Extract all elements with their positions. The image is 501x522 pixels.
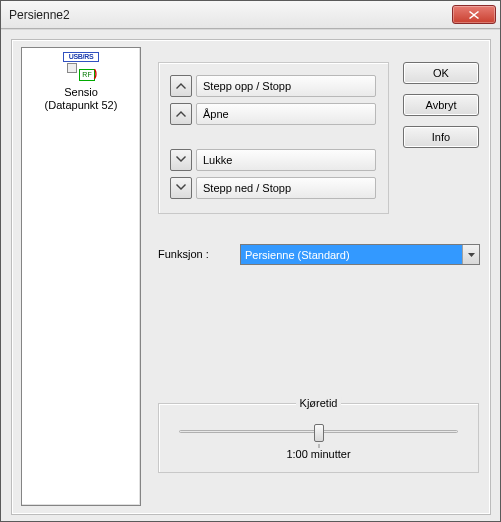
step-down-label-button[interactable]: Stepp ned / Stopp bbox=[196, 177, 376, 199]
direction-controls-group: Stepp opp / Stopp Åpne Lukke bbox=[158, 62, 389, 214]
step-down-label: Stepp ned / Stopp bbox=[203, 182, 291, 194]
runtime-group: Kjøretid 1:00 minutter bbox=[158, 403, 479, 473]
open-label: Åpne bbox=[203, 108, 229, 120]
device-icon: USB/RS RF bbox=[61, 52, 101, 84]
step-down-button[interactable] bbox=[170, 177, 192, 199]
rf-badge: RF bbox=[79, 69, 95, 81]
titlebar: Persienne2 bbox=[1, 1, 500, 29]
funksjon-selected: Persienne (Standard) bbox=[241, 245, 462, 264]
open-control: Åpne bbox=[170, 103, 376, 125]
chevron-down-icon bbox=[176, 184, 186, 192]
chevron-down-icon bbox=[176, 156, 186, 164]
runtime-slider[interactable] bbox=[179, 422, 458, 446]
device-label-line1: Sensio bbox=[22, 86, 140, 99]
close-label-button[interactable]: Lukke bbox=[196, 149, 376, 171]
open-label-button[interactable]: Åpne bbox=[196, 103, 376, 125]
client-area: USB/RS RF Sensio (Datapunkt 52) Stepp op… bbox=[1, 29, 500, 521]
device-label-line2: (Datapunkt 52) bbox=[22, 99, 140, 112]
funksjon-combobox[interactable]: Persienne (Standard) bbox=[240, 244, 480, 265]
ok-button[interactable]: OK bbox=[403, 62, 479, 84]
runtime-value: 1:00 minutter bbox=[159, 448, 478, 460]
cancel-button[interactable]: Avbryt bbox=[403, 94, 479, 116]
runtime-legend: Kjøretid bbox=[296, 397, 342, 409]
cancel-label: Avbryt bbox=[426, 99, 457, 111]
close-control: Lukke bbox=[170, 149, 376, 171]
ok-label: OK bbox=[433, 67, 449, 79]
close-button[interactable] bbox=[452, 5, 496, 24]
open-button[interactable] bbox=[170, 103, 192, 125]
step-up-label-button[interactable]: Stepp opp / Stopp bbox=[196, 75, 376, 97]
chevron-up-icon bbox=[176, 110, 186, 118]
slider-thumb[interactable] bbox=[314, 424, 324, 442]
main-panel: USB/RS RF Sensio (Datapunkt 52) Stepp op… bbox=[11, 39, 491, 515]
close-icon bbox=[469, 11, 479, 19]
close-label: Lukke bbox=[203, 154, 232, 166]
window-title: Persienne2 bbox=[9, 8, 452, 22]
funksjon-label: Funksjon : bbox=[158, 248, 209, 260]
dialog-window: Persienne2 USB/RS RF Sensio (Datapunkt 5… bbox=[0, 0, 501, 522]
plug-icon bbox=[67, 63, 77, 73]
step-up-label: Stepp opp / Stopp bbox=[203, 80, 291, 92]
info-button[interactable]: Info bbox=[403, 126, 479, 148]
device-item[interactable]: USB/RS RF Sensio (Datapunkt 52) bbox=[22, 48, 140, 112]
step-up-button[interactable] bbox=[170, 75, 192, 97]
close-control-button[interactable] bbox=[170, 149, 192, 171]
step-down-control: Stepp ned / Stopp bbox=[170, 177, 376, 199]
caret-down-icon bbox=[468, 253, 475, 257]
info-label: Info bbox=[432, 131, 450, 143]
chevron-up-icon bbox=[176, 82, 186, 90]
step-up-control: Stepp opp / Stopp bbox=[170, 75, 376, 97]
usb-rs-badge: USB/RS bbox=[63, 52, 99, 62]
device-list[interactable]: USB/RS RF Sensio (Datapunkt 52) bbox=[21, 47, 141, 506]
combobox-arrow[interactable] bbox=[462, 245, 479, 264]
